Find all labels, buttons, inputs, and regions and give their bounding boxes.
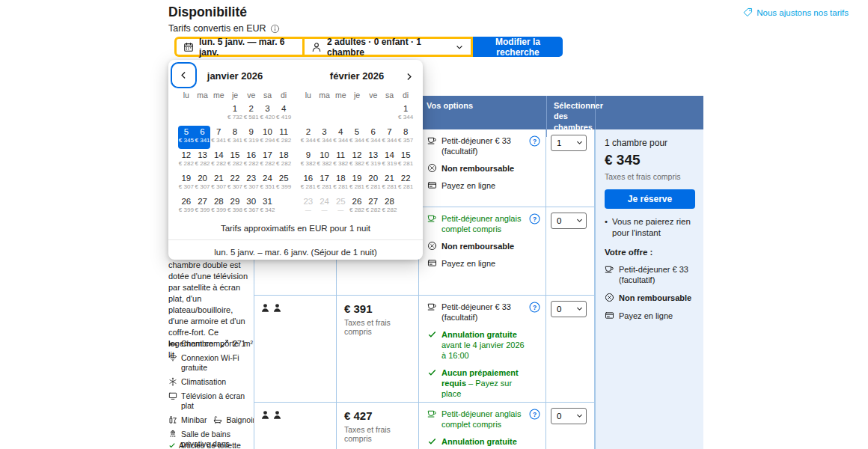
rooms-select[interactable]: 0: [551, 408, 587, 424]
date-cell[interactable]: 15€ 281: [397, 149, 414, 172]
date-cell[interactable]: 3€ 420: [260, 103, 276, 126]
option-label: Annulation gratuite avant le 4 janvier 2…: [441, 329, 525, 361]
date-cell[interactable]: 12€ 282: [178, 149, 195, 172]
date-cell[interactable]: 19€ 307: [178, 172, 195, 195]
help-icon[interactable]: ?: [529, 302, 540, 313]
date-cell[interactable]: 30€ 367: [243, 195, 260, 219]
date-cell[interactable]: 7€ 341: [210, 126, 227, 149]
date-price: € 344: [365, 137, 382, 144]
date-cell[interactable]: 6€ 341: [195, 126, 211, 149]
date-cell[interactable]: 15€ 282: [227, 149, 243, 172]
date-cell[interactable]: 28€ 399: [210, 195, 227, 219]
date-cell[interactable]: 19€ 281: [349, 172, 365, 195]
date-range-field[interactable]: lun. 5 janv. — mar. 6 janv.: [177, 39, 302, 55]
amenity-check: Articles de toilette gratuits: [168, 441, 254, 449]
date-cell[interactable]: 21€ 281: [382, 172, 398, 195]
reserve-button[interactable]: Je réserve: [605, 189, 695, 209]
date-cell[interactable]: 27€ 282: [365, 195, 382, 219]
date-price: € 399: [195, 207, 211, 214]
availability-page: Disponibilité Tarifs convertis en EUR No…: [0, 0, 868, 449]
date-cell[interactable]: 13€ 319: [365, 149, 382, 172]
date-cell[interactable]: 20€ 307: [195, 172, 211, 195]
help-icon[interactable]: ?: [529, 213, 540, 224]
date-cell[interactable]: 14€ 319: [382, 149, 398, 172]
date-cell[interactable]: 4€ 419: [275, 103, 292, 126]
date-cell[interactable]: 24€ 351: [260, 172, 276, 195]
date-cell[interactable]: 6€ 344: [365, 126, 382, 149]
date-price: € 282: [382, 207, 398, 214]
date-cell[interactable]: 7€ 344: [382, 126, 398, 149]
date-cell[interactable]: 9€ 319: [243, 126, 260, 149]
date-cell[interactable]: 25€ 399: [275, 172, 292, 195]
date-price: € 281: [332, 183, 349, 191]
date-cell[interactable]: 5€ 344: [349, 126, 365, 149]
date-cell[interactable]: 14€ 282: [210, 149, 227, 172]
select-cell: 1: [546, 129, 595, 207]
chevron-down-icon: [455, 43, 464, 52]
currency-note-label: Tarifs convertis en EUR: [168, 23, 266, 34]
total-price: € 345: [605, 152, 694, 168]
rooms-select[interactable]: 0: [551, 213, 587, 229]
date-cell[interactable]: 29€ 398: [227, 195, 243, 219]
date-price: € 282: [349, 207, 365, 214]
next-month-button[interactable]: [400, 67, 418, 85]
date-cell[interactable]: 8€ 357: [397, 126, 414, 149]
date-cell[interactable]: 16€ 282: [243, 149, 260, 172]
help-icon[interactable]: ?: [529, 135, 540, 147]
date-cell[interactable]: 1€ 732: [227, 103, 243, 126]
occupancy-field[interactable]: 2 adultes · 0 enfant · 1 chambre: [305, 39, 471, 55]
date-cell[interactable]: 8€ 341: [227, 126, 243, 149]
room-fact: Baignoire: [213, 415, 254, 425]
date-cell[interactable]: 22€ 307: [227, 172, 243, 195]
date-cell[interactable]: 28€ 282: [382, 195, 398, 219]
rooms-select[interactable]: 1: [551, 135, 587, 151]
date-number: 7: [210, 127, 227, 137]
month-title-left: janvier 2026: [178, 70, 292, 82]
date-cell[interactable]: 5€ 345: [178, 126, 195, 149]
date-cell[interactable]: 18€ 281: [332, 172, 349, 195]
date-cell[interactable]: 21€ 307: [210, 172, 227, 195]
tv-icon: [168, 391, 177, 400]
chevron-right-icon: [404, 72, 414, 82]
date-cell[interactable]: 17€ 282: [260, 149, 276, 172]
cup-icon: [427, 213, 437, 234]
date-cell[interactable]: 20€ 281: [365, 172, 382, 195]
date-price: € 351: [260, 183, 276, 191]
date-cell[interactable]: 10€ 382: [317, 149, 333, 172]
date-number: 1: [397, 104, 414, 114]
info-icon[interactable]: [270, 24, 280, 34]
date-cell[interactable]: 11€ 382: [332, 149, 349, 172]
rooms-select[interactable]: 0: [551, 301, 587, 317]
date-price: —: [300, 207, 317, 214]
size-icon: [220, 339, 229, 348]
date-cell[interactable]: 12€ 382: [349, 149, 365, 172]
room-fact-row: Climatisation: [168, 377, 254, 387]
date-cell[interactable]: 26€ 399: [178, 195, 195, 219]
date-number: 14: [210, 150, 227, 160]
offer-item: Payez en ligne: [605, 311, 694, 321]
date-cell[interactable]: 16€ 281: [300, 172, 317, 195]
offer-item: Non remboursable: [605, 293, 694, 303]
date-cell[interactable]: 23€ 307: [243, 172, 260, 195]
date-cell[interactable]: 2€ 581: [243, 103, 260, 126]
date-cell[interactable]: 4€ 344: [332, 126, 349, 149]
date-cell[interactable]: 2€ 344: [300, 126, 317, 149]
date-cell[interactable]: 27€ 399: [195, 195, 211, 219]
help-icon[interactable]: ?: [529, 409, 540, 420]
date-cell[interactable]: 3€ 344: [317, 126, 333, 149]
date-cell[interactable]: 22€ 281: [397, 172, 414, 195]
cup-icon: [605, 264, 614, 285]
date-cell[interactable]: 9€ 382: [300, 149, 317, 172]
date-cell[interactable]: 17€ 281: [317, 172, 333, 195]
date-cell[interactable]: 13€ 282: [195, 149, 211, 172]
date-cell[interactable]: 18€ 282: [275, 149, 292, 172]
option-label: Non remboursable: [441, 241, 514, 251]
date-cell[interactable]: 31€ 342: [260, 195, 276, 219]
date-cell[interactable]: 1€ 344: [397, 103, 414, 126]
date-cell[interactable]: 11€ 282: [275, 126, 292, 149]
date-cell[interactable]: 10€ 294: [260, 126, 276, 149]
price-match-link[interactable]: Nous ajustons nos tarifs: [743, 7, 849, 17]
modify-search-button[interactable]: Modifier la recherche: [473, 37, 563, 57]
price-cell: € 391Taxes et frais compris: [337, 296, 419, 412]
date-cell[interactable]: 26€ 282: [349, 195, 365, 219]
